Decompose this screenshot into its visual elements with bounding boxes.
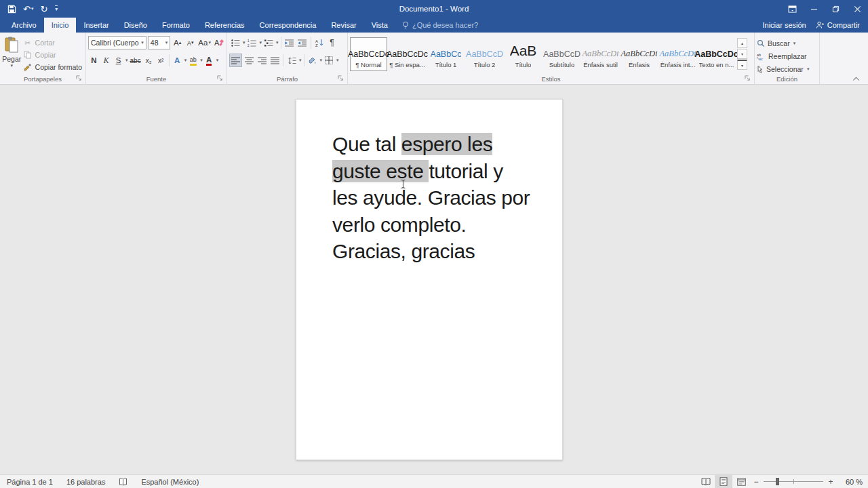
font-size-combo[interactable]: 48 ▾ <box>148 36 170 49</box>
align-right-button[interactable] <box>256 54 268 67</box>
zoom-in-button[interactable]: + <box>825 477 837 487</box>
tab-revisar[interactable]: Revisar <box>323 18 363 33</box>
sign-in-link[interactable]: Iniciar sesión <box>763 21 806 29</box>
select-button[interactable]: Seleccionar ▾ <box>757 63 817 75</box>
customize-qat-button[interactable]: ▾ <box>52 1 60 16</box>
paste-button[interactable]: Pegar ▾ <box>2 35 22 74</box>
replace-button[interactable]: abac Reemplazar <box>757 50 817 62</box>
restore-button[interactable] <box>825 0 846 18</box>
tab-vista[interactable]: Vista <box>364 18 395 33</box>
sort-button[interactable]: AZ <box>313 36 326 49</box>
tab-diseno[interactable]: Diseño <box>117 18 155 33</box>
style-texto-en-negrita[interactable]: AaBbCcDc Texto en n... <box>698 37 735 71</box>
font-name-combo[interactable]: Calibri (Cuerpo ▾ <box>88 36 146 49</box>
line-spacing-button[interactable] <box>285 54 298 67</box>
format-painter-button[interactable]: Copiar formato <box>22 61 83 73</box>
document-page[interactable]: Que tal espero les guste este tutorial y… <box>296 99 563 460</box>
tab-referencias[interactable]: Referencias <box>197 18 252 33</box>
text-effects-button[interactable]: A <box>172 54 183 67</box>
bullets-button[interactable] <box>229 36 241 49</box>
bold-button[interactable]: N <box>88 54 100 67</box>
borders-caret-icon[interactable]: ▾ <box>336 58 339 63</box>
collapse-ribbon-button[interactable] <box>852 76 860 81</box>
tab-insertar[interactable]: Insertar <box>76 18 116 33</box>
select-cursor-icon <box>757 65 764 73</box>
styles-scroll-down-button[interactable]: ▾ <box>737 49 747 59</box>
numbering-button[interactable]: 12 <box>246 36 258 49</box>
clear-formatting-button[interactable]: A <box>213 36 224 49</box>
font-color-button[interactable]: A <box>203 54 215 67</box>
style-sin-espaciado[interactable]: AaBbCcDc ¶ Sin espa... <box>389 37 426 71</box>
text-highlight-button[interactable]: ab <box>187 54 199 67</box>
document-text[interactable]: Que tal espero les guste este tutorial y… <box>296 100 562 265</box>
italic-button[interactable]: K <box>100 54 112 67</box>
zoom-percentage[interactable]: 60 % <box>837 478 863 486</box>
change-case-button[interactable]: Aa▾ <box>197 36 212 49</box>
tell-me-box[interactable]: ¿Qué desea hacer? <box>395 18 485 33</box>
clipboard-dialog-launcher[interactable] <box>76 75 83 82</box>
style-enfasis-intenso[interactable]: AaBbCcDi Énfasis int... <box>659 37 696 71</box>
web-layout-view-button[interactable] <box>732 475 750 488</box>
style-preview: AaBbCcDc <box>694 40 738 59</box>
multilevel-list-button[interactable] <box>262 36 275 49</box>
styles-dialog-launcher[interactable] <box>745 75 751 82</box>
undo-button[interactable]: ↶ ▾ <box>21 1 35 16</box>
style-titulo-2[interactable]: AaBbCcD Título 2 <box>466 37 503 71</box>
style-subtitulo[interactable]: AaBbCcD Subtítulo <box>543 37 580 71</box>
highlight-caret-icon[interactable]: ▾ <box>200 58 203 63</box>
tab-archivo[interactable]: Archivo <box>4 18 44 33</box>
style-titulo-1[interactable]: AaBbCc Título 1 <box>427 37 465 71</box>
grow-font-button[interactable]: A▴ <box>172 36 183 49</box>
zoom-slider[interactable] <box>764 475 823 488</box>
underline-caret-icon[interactable]: ▾ <box>125 58 128 63</box>
proofing-status[interactable] <box>112 475 134 488</box>
style-enfasis[interactable]: AaBbCcDi Énfasis <box>620 37 658 71</box>
styles-more-button[interactable]: ▾ <box>737 60 747 70</box>
strikethrough-button[interactable]: abc <box>129 54 142 67</box>
borders-button[interactable] <box>323 54 335 67</box>
read-mode-view-button[interactable] <box>697 475 715 488</box>
font-dialog-launcher[interactable] <box>217 75 224 82</box>
tab-correspondencia[interactable]: Correspondencia <box>252 18 324 33</box>
shading-caret-icon[interactable]: ▾ <box>320 58 323 63</box>
align-left-button[interactable] <box>229 54 242 67</box>
language-status[interactable]: Español (México) <box>134 475 205 488</box>
save-button[interactable] <box>5 1 18 16</box>
style-normal[interactable]: AaBbCcDc ¶ Normal <box>350 37 387 71</box>
copy-button[interactable]: Copiar <box>22 49 83 60</box>
close-button[interactable] <box>846 0 868 18</box>
numbering-caret-icon[interactable]: ▾ <box>260 40 262 45</box>
print-layout-view-button[interactable] <box>715 475 732 488</box>
line-spacing-caret-icon[interactable]: ▾ <box>299 58 302 63</box>
zoom-out-button[interactable]: − <box>750 477 762 487</box>
ribbon-display-options-button[interactable] <box>781 0 803 18</box>
tab-inicio[interactable]: Inicio <box>44 18 77 33</box>
decrease-indent-button[interactable] <box>283 36 296 49</box>
increase-indent-button[interactable] <box>296 36 309 49</box>
underline-button[interactable]: S <box>113 54 124 67</box>
shrink-font-button[interactable]: A▾ <box>184 36 196 49</box>
subscript-button[interactable]: x₂ <box>143 54 155 67</box>
shading-button[interactable] <box>307 54 319 67</box>
zoom-slider-thumb[interactable] <box>776 478 779 485</box>
bullets-caret-icon[interactable]: ▾ <box>243 40 245 45</box>
show-marks-button[interactable]: ¶ <box>326 36 338 49</box>
style-enfasis-sutil[interactable]: AaBbCcDi Énfasis sutil <box>582 37 619 71</box>
style-titulo[interactable]: AaB Título <box>505 37 542 71</box>
align-center-button[interactable] <box>243 54 255 67</box>
page-count[interactable]: Página 1 de 1 <box>0 475 60 488</box>
word-count[interactable]: 16 palabras <box>60 475 113 488</box>
cut-button[interactable]: ✂ Cortar <box>22 37 83 48</box>
multilevel-caret-icon[interactable]: ▾ <box>276 40 279 45</box>
justify-button[interactable] <box>269 54 281 67</box>
paragraph-dialog-launcher[interactable] <box>338 75 344 82</box>
tab-formato[interactable]: Formato <box>155 18 197 33</box>
text-effects-caret-icon[interactable]: ▾ <box>184 58 187 63</box>
share-button[interactable]: Compartir <box>816 21 860 29</box>
find-button[interactable]: Buscar ▾ <box>757 37 817 49</box>
redo-button[interactable]: ↻ <box>38 1 50 16</box>
superscript-button[interactable]: x² <box>155 54 167 67</box>
minimize-button[interactable] <box>803 0 825 18</box>
styles-scroll-up-button[interactable]: ▴ <box>737 38 747 48</box>
font-color-caret-icon[interactable]: ▾ <box>216 58 219 63</box>
